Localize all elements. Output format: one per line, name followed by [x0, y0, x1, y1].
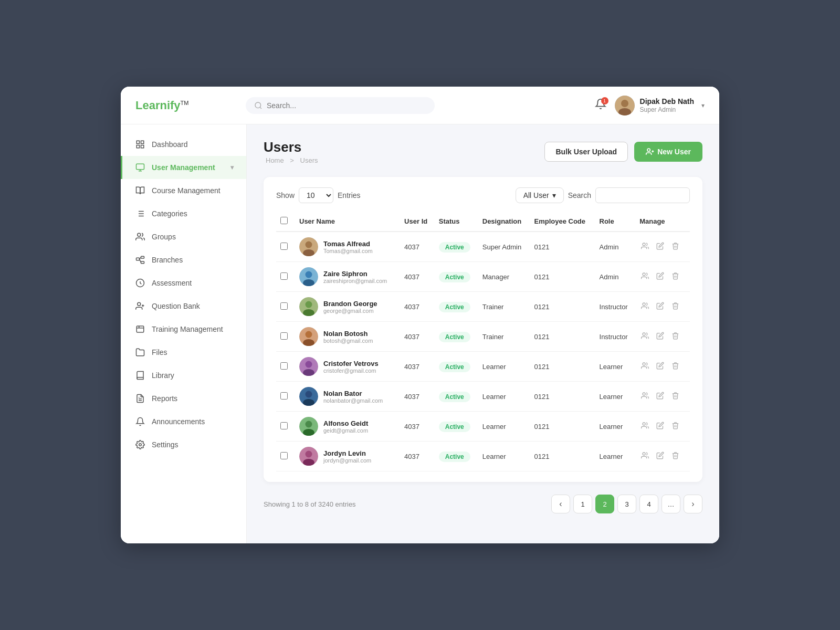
sidebar: Dashboard User Management ▾ [121, 124, 247, 543]
library-icon [135, 370, 145, 381]
impersonate-button[interactable] [639, 330, 650, 343]
employee-code: 0121 [530, 412, 595, 442]
avatar [615, 96, 635, 116]
show-label: Show [276, 191, 295, 200]
new-user-button[interactable]: New User [634, 142, 702, 162]
reports-icon [135, 393, 145, 404]
filter-dropdown[interactable]: All User ▾ [516, 187, 564, 203]
pagination-page-3[interactable]: 3 [617, 495, 636, 513]
sidebar-item-label: Categories [152, 209, 234, 218]
user-info[interactable]: Dipak Deb Nath Super Admin ▾ [615, 96, 705, 116]
user-email: jordyn@gmail.com [323, 457, 371, 464]
table-search-input[interactable] [595, 187, 690, 203]
pagination-page-2[interactable]: 2 [595, 495, 614, 513]
svg-point-25 [138, 302, 141, 306]
notification-button[interactable]: 1 [595, 98, 606, 112]
edit-button[interactable] [655, 300, 666, 313]
sidebar-item-assessment[interactable]: Assessment [121, 271, 246, 295]
pagination-ellipsis[interactable]: … [662, 495, 680, 513]
impersonate-button[interactable] [639, 300, 650, 313]
svg-point-58 [306, 391, 312, 398]
edit-button[interactable] [655, 420, 666, 433]
pagination-prev[interactable]: ‹ [551, 495, 570, 513]
sidebar-item-announcements[interactable]: Announcements [121, 410, 246, 433]
row-checkbox[interactable] [280, 302, 288, 310]
bulk-upload-button[interactable]: Bulk User Upload [544, 142, 628, 162]
delete-button[interactable] [670, 390, 681, 403]
sidebar-item-user-management[interactable]: User Management ▾ [121, 156, 246, 179]
delete-button[interactable] [670, 360, 681, 373]
sidebar-item-label: Settings [152, 440, 234, 449]
entries-select[interactable]: 10 25 50 100 [299, 187, 333, 203]
employee-code: 0121 [530, 382, 595, 412]
categories-icon [135, 208, 145, 219]
user-id: 4037 [400, 352, 435, 382]
row-checkbox[interactable] [280, 392, 288, 400]
sidebar-item-groups[interactable]: Groups [121, 225, 246, 248]
header-actions: Bulk User Upload New User [544, 142, 702, 162]
user-management-arrow-icon: ▾ [230, 164, 234, 171]
delete-button[interactable] [670, 420, 681, 433]
sidebar-item-training-management[interactable]: Training Management [121, 318, 246, 341]
employee-code: 0121 [530, 232, 595, 262]
impersonate-button[interactable] [639, 270, 650, 283]
question-bank-icon [135, 301, 145, 311]
delete-button[interactable] [670, 240, 681, 253]
select-all-checkbox[interactable] [280, 217, 288, 224]
sidebar-item-files[interactable]: Files [121, 341, 246, 364]
delete-button[interactable] [670, 270, 681, 283]
svg-point-0 [255, 102, 261, 108]
search-bar[interactable] [246, 97, 435, 114]
status-badge: Active [439, 362, 470, 372]
user-role: Super Admin [640, 106, 694, 114]
row-checkbox[interactable] [280, 332, 288, 340]
row-checkbox[interactable] [280, 272, 288, 280]
impersonate-button[interactable] [639, 450, 650, 463]
edit-button[interactable] [655, 330, 666, 343]
impersonate-button[interactable] [639, 240, 650, 253]
edit-button[interactable] [655, 240, 666, 253]
status-badge: Active [439, 272, 470, 282]
designation: Trainer [478, 322, 530, 352]
chevron-down-icon: ▾ [701, 102, 705, 109]
edit-button[interactable] [655, 450, 666, 463]
sidebar-item-categories[interactable]: Categories [121, 202, 246, 225]
main-content: Users Home > Users Bulk User Upload [247, 124, 719, 543]
sidebar-item-library[interactable]: Library [121, 364, 246, 387]
sidebar-item-question-bank[interactable]: Question Bank [121, 295, 246, 318]
edit-button[interactable] [655, 390, 666, 403]
user-avatar [299, 357, 318, 376]
impersonate-button[interactable] [639, 360, 650, 373]
sidebar-item-reports[interactable]: Reports [121, 387, 246, 410]
row-checkbox[interactable] [280, 452, 288, 459]
table-row: Alfonso Geidt geidt@gmail.com 4037 Activ… [276, 412, 690, 442]
user-avatar [299, 387, 318, 406]
sidebar-item-label: Dashboard [152, 140, 234, 149]
manage-icons [639, 360, 686, 373]
sidebar-item-course-management[interactable]: Course Management [121, 179, 246, 202]
role: Learner [595, 352, 636, 382]
user-details: Dipak Deb Nath Super Admin [640, 97, 694, 114]
row-checkbox[interactable] [280, 422, 288, 429]
pagination-page-1[interactable]: 1 [573, 495, 592, 513]
pagination-page-4[interactable]: 4 [639, 495, 658, 513]
sidebar-item-settings[interactable]: Settings [121, 433, 246, 456]
col-status: Status [435, 212, 478, 232]
branches-icon [135, 255, 145, 265]
impersonate-button[interactable] [639, 390, 650, 403]
search-input[interactable] [267, 101, 426, 110]
impersonate-button[interactable] [639, 420, 650, 433]
row-checkbox[interactable] [280, 243, 288, 250]
status-badge: Active [439, 392, 470, 402]
row-checkbox[interactable] [280, 362, 288, 370]
delete-button[interactable] [670, 330, 681, 343]
edit-button[interactable] [655, 360, 666, 373]
pagination-next[interactable]: › [684, 495, 702, 513]
edit-button[interactable] [655, 270, 666, 283]
sidebar-item-dashboard[interactable]: Dashboard [121, 133, 246, 156]
user-avatar [299, 447, 318, 466]
delete-button[interactable] [670, 300, 681, 313]
delete-button[interactable] [670, 450, 681, 463]
user-email: geidt@gmail.com [323, 427, 368, 434]
sidebar-item-branches[interactable]: Branches [121, 248, 246, 271]
